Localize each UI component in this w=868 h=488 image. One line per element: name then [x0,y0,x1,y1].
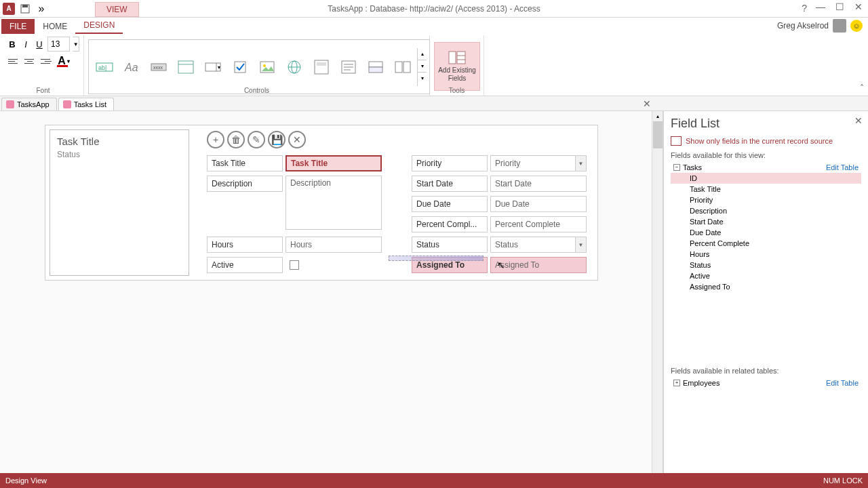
field-row[interactable]: Hours [671,249,861,260]
label-start-date[interactable]: Start Date [412,176,488,192]
tree-expand-icon[interactable]: + [673,380,680,386]
gallery-up-icon[interactable]: ▴ [418,48,427,60]
bold-button[interactable]: B [7,37,18,51]
edit-table-link[interactable]: Edit Table [826,163,859,171]
tree-table-tasks[interactable]: − Tasks Edit Table [671,162,861,173]
checkbox-control-icon[interactable] [227,51,253,83]
label-priority[interactable]: Priority [412,155,488,171]
label-status[interactable]: Status [412,237,488,253]
font-size-input[interactable]: 13 [47,37,70,52]
font-color-button[interactable]: A▾ [56,54,72,68]
feedback-smiley-icon[interactable]: ☺ [850,20,863,32]
combo-priority[interactable]: Priority▼ [490,155,587,171]
field-row[interactable]: Start Date [671,216,861,227]
field-row[interactable]: Priority [671,195,861,205]
field-list-close-icon[interactable]: ✕ [854,115,863,126]
subform-control-icon[interactable] [309,51,334,83]
input-percent-complete[interactable]: Percent Complete [490,216,587,232]
align-center-button[interactable] [23,55,37,67]
label-active[interactable]: Active [207,257,283,273]
show-only-fields-link[interactable]: Show only fields in the current record s… [671,136,861,146]
align-left-button[interactable] [7,55,20,67]
label-hours[interactable]: Hours [207,237,283,253]
chevron-down-icon[interactable]: ▼ [575,156,586,171]
tree-table-employees[interactable]: + Employees Edit Table [671,378,861,388]
gallery-more-icon[interactable]: ▾ [418,73,427,85]
close-button[interactable]: ✕ [849,0,868,14]
autocomplete-control-icon[interactable] [363,51,389,83]
input-due-date[interactable]: Due Date [490,196,587,212]
relateditems-control-icon[interactable] [390,51,416,83]
svg-rect-26 [395,62,402,73]
design-surface[interactable]: Task Title Status + 🗑 ✎ 💾 ✕ Task Title T… [0,111,663,488]
svg-text:▾: ▾ [218,64,220,70]
doc-tab-close-icon[interactable]: ✕ [643,98,651,109]
edit-table-link[interactable]: Edit Table [826,379,859,387]
textbox-control-icon[interactable]: ab| [92,51,117,83]
label-description[interactable]: Description [207,176,283,192]
doc-tab-tasksapp[interactable]: TasksApp [1,98,57,110]
svg-rect-25 [369,67,382,73]
controls-group-label: Controls [84,87,429,94]
input-start-date[interactable]: Start Date [490,176,587,192]
field-row-id[interactable]: ID [671,173,861,184]
qat-more-icon[interactable]: » [35,3,47,15]
form-canvas[interactable]: Task Title Status + 🗑 ✎ 💾 ✕ Task Title T… [45,125,598,281]
list-preview-panel[interactable]: Task Title Status [50,129,189,276]
tab-home[interactable]: HOME [35,19,75,34]
font-size-dropdown-icon[interactable]: ▼ [73,37,79,52]
label-due-date[interactable]: Due Date [412,196,488,212]
button-control-icon[interactable]: xxxx [146,51,172,83]
action-edit-icon[interactable]: ✎ [248,131,265,148]
doc-tab-icon [6,100,14,108]
italic-button[interactable]: I [20,37,31,51]
field-row[interactable]: Task Title [671,184,861,195]
minimize-button[interactable]: — [811,0,830,14]
combobox-control-icon[interactable]: ▾ [200,51,226,83]
input-hours[interactable]: Hours [285,237,382,253]
window-title: TasksApp : Database- http://aciw2/ (Acce… [328,4,540,14]
combo-status[interactable]: Status▼ [490,237,587,253]
input-task-title[interactable]: Task Title [285,155,382,171]
action-cancel-icon[interactable]: ✕ [288,131,306,148]
label-percent-complete[interactable]: Percent Compl... [412,216,488,232]
field-row[interactable]: Status [671,260,861,270]
checkbox-active[interactable] [290,260,299,270]
scroll-thumb[interactable] [653,121,663,148]
label-control-icon[interactable]: Aa [119,51,144,83]
field-row[interactable]: Due Date [671,227,861,238]
tab-file[interactable]: FILE [1,19,35,34]
action-add-icon[interactable]: + [207,131,224,148]
hyperlink-control-icon[interactable] [281,51,307,83]
field-row[interactable]: Percent Complete [671,238,861,249]
underline-button[interactable]: U [34,37,45,51]
add-existing-fields-button[interactable]: Add Existing Fields [434,42,480,91]
image-control-icon[interactable] [254,51,280,83]
collapse-ribbon-icon[interactable]: ˄ [860,83,864,93]
align-right-button[interactable] [39,55,53,67]
doc-tab-taskslist[interactable]: Tasks List [58,98,114,110]
user-avatar[interactable] [833,19,846,33]
multiline-control-icon[interactable] [336,51,361,83]
maximize-button[interactable]: ☐ [830,0,849,14]
webbrowser-control-icon[interactable] [173,51,199,83]
field-row[interactable]: Active [671,270,861,281]
vertical-scrollbar[interactable]: ▴ ▾ [652,111,663,488]
svg-rect-12 [235,62,245,73]
action-save-icon[interactable]: 💾 [268,131,285,148]
field-row[interactable]: Assigned To [671,281,861,292]
label-task-title[interactable]: Task Title [207,155,283,171]
tree-collapse-icon[interactable]: − [673,164,680,171]
controls-gallery[interactable]: ab| Aa xxxx ▾ ▴ ▾ ▾ [88,39,430,94]
help-icon[interactable]: ? [802,3,807,14]
qat-save-icon[interactable] [19,3,31,15]
input-description[interactable]: Description [285,176,382,230]
gallery-down-icon[interactable]: ▾ [418,60,427,73]
drag-cursor-icon: ↖ [497,260,505,270]
action-delete-icon[interactable]: 🗑 [227,131,245,148]
field-row[interactable]: Description [671,205,861,216]
chevron-down-icon[interactable]: ▼ [575,237,586,252]
scroll-up-icon[interactable]: ▴ [653,111,663,121]
tab-design[interactable]: DESIGN [75,18,123,34]
status-view-mode: Design View [5,476,47,485]
